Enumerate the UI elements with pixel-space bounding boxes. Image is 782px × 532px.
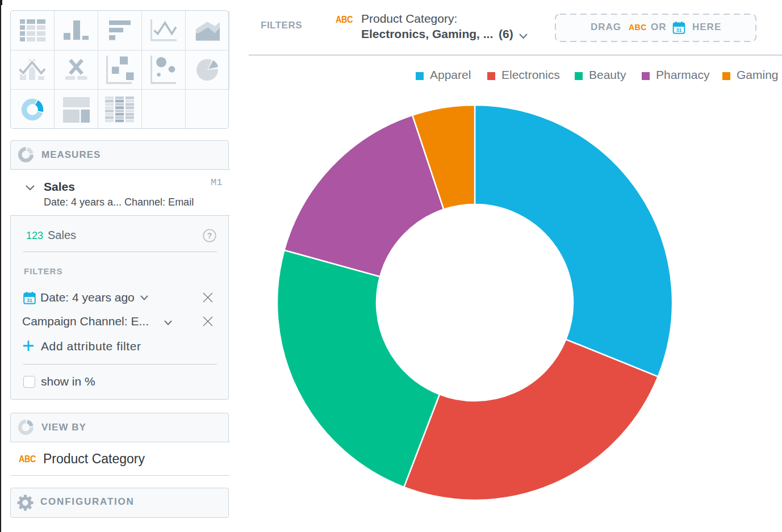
svg-text:31: 31 <box>27 298 32 303</box>
svg-text:31: 31 <box>676 27 681 33</box>
svg-text:?: ? <box>207 231 212 240</box>
